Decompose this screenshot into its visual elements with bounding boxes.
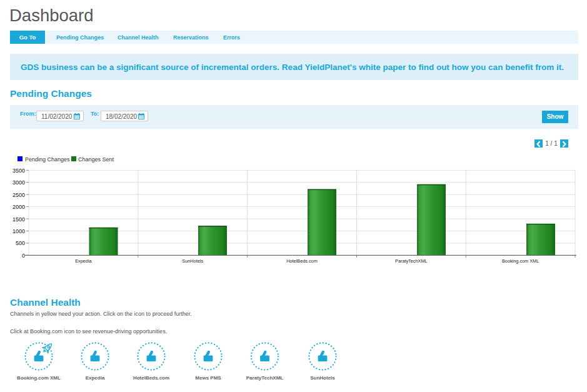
svg-text:Mews PMS: Mews PMS (195, 375, 221, 381)
svg-text:2500: 2500 (13, 192, 25, 198)
svg-text:ParatyTechXML: ParatyTechXML (395, 258, 428, 264)
svg-text:Booking.com XML: Booking.com XML (502, 258, 539, 264)
svg-text:3500: 3500 (13, 168, 25, 174)
svg-text:HotelBeds.com: HotelBeds.com (133, 375, 169, 381)
svg-text:HotelBeds.com: HotelBeds.com (286, 258, 317, 264)
svg-text:Expedia: Expedia (86, 375, 105, 381)
svg-text:1000: 1000 (13, 228, 25, 234)
svg-text:SunHotels: SunHotels (310, 375, 335, 381)
svg-text:0: 0 (22, 253, 25, 259)
svg-text:Booking.com XML: Booking.com XML (17, 375, 61, 381)
svg-text:2000: 2000 (13, 204, 25, 210)
svg-text:1500: 1500 (13, 216, 25, 223)
svg-text:Expedia: Expedia (75, 258, 92, 264)
svg-text:3000: 3000 (13, 179, 25, 186)
svg-text:ParatyTechXML: ParatyTechXML (246, 375, 284, 381)
svg-text:500: 500 (16, 240, 25, 246)
svg-text:SunHotels: SunHotels (182, 258, 203, 264)
